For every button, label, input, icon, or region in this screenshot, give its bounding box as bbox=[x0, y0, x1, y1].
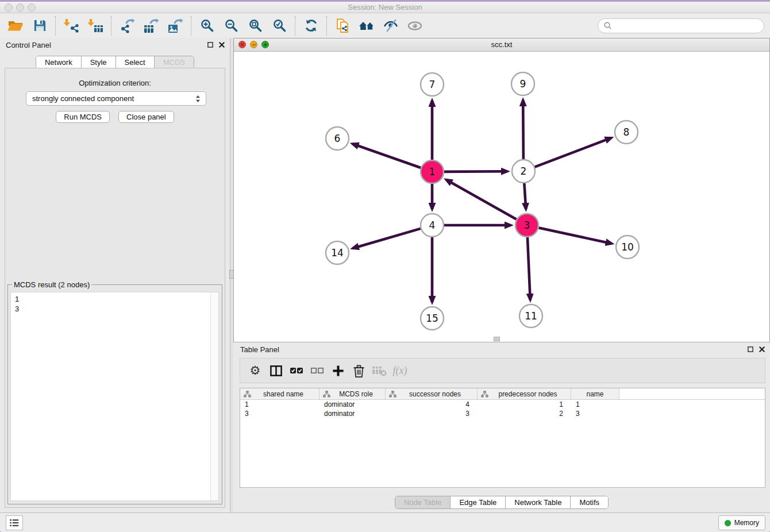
show-all-button[interactable] bbox=[405, 16, 425, 36]
hide-selected-button[interactable] bbox=[381, 16, 401, 36]
export-table-button[interactable] bbox=[141, 16, 161, 36]
cell[interactable]: 1 bbox=[478, 400, 571, 408]
split-panel-button[interactable] bbox=[265, 360, 286, 381]
open-session-button[interactable] bbox=[6, 16, 25, 36]
mcds-result-area[interactable]: 13 bbox=[10, 292, 219, 501]
export-network-button[interactable] bbox=[117, 16, 137, 36]
tab-select[interactable]: Select bbox=[116, 56, 154, 68]
cell[interactable]: dominator bbox=[319, 400, 386, 408]
column-header-name[interactable]: name bbox=[571, 388, 619, 399]
zoom-out-button[interactable] bbox=[221, 16, 241, 36]
select-all-button[interactable] bbox=[286, 360, 307, 381]
graph-edge-3-1[interactable] bbox=[446, 180, 516, 219]
tab-network-table[interactable]: Network Table bbox=[505, 496, 570, 508]
column-header-successor-nodes[interactable]: successor nodes bbox=[386, 388, 478, 399]
graph-node-7[interactable]: 7 bbox=[421, 73, 444, 96]
cell[interactable]: 1 bbox=[240, 400, 319, 408]
gear-button[interactable]: ⚙ bbox=[245, 360, 265, 381]
column-header-predecessor-nodes[interactable]: predecessor nodes bbox=[478, 388, 571, 399]
mcds-result-lines: 13 bbox=[15, 294, 209, 314]
network-titlebar[interactable]: scc.txt bbox=[234, 38, 769, 52]
cell[interactable]: 2 bbox=[478, 410, 571, 418]
delete-column-button[interactable] bbox=[348, 360, 369, 381]
graph-node-2[interactable]: 2 bbox=[512, 160, 535, 183]
add-column-icon bbox=[332, 364, 345, 377]
control-panel: Control Panel NetworkStyleSelectMCDS Opt… bbox=[0, 38, 230, 513]
column-label: successor nodes bbox=[396, 390, 477, 398]
graph-edge-2-3[interactable] bbox=[524, 183, 526, 209]
node-label: 7 bbox=[429, 79, 436, 90]
delete-table-button[interactable] bbox=[369, 360, 390, 381]
canvas-resize-handle[interactable] bbox=[494, 337, 500, 341]
table-row[interactable]: 3dominator323 bbox=[240, 409, 765, 418]
node-label: 6 bbox=[334, 133, 341, 144]
graph-node-15[interactable]: 15 bbox=[421, 307, 444, 330]
tab-mcds[interactable]: MCDS bbox=[154, 56, 194, 68]
tab-node-table[interactable]: Node Table bbox=[395, 496, 451, 508]
optimization-criterion-label: Optimization criterion: bbox=[5, 79, 225, 87]
float-panel-icon[interactable] bbox=[747, 346, 754, 353]
criterion-select[interactable]: strongly connected component bbox=[26, 91, 206, 106]
graph-edge-2-9[interactable] bbox=[523, 100, 523, 159]
zoom-in-button[interactable] bbox=[197, 16, 217, 36]
result-scrollbar[interactable] bbox=[210, 292, 218, 500]
fit-content-button[interactable] bbox=[245, 16, 265, 36]
graph-node-9[interactable]: 9 bbox=[511, 72, 534, 95]
graph-edge-3-10[interactable] bbox=[539, 228, 612, 244]
task-history-button[interactable] bbox=[6, 515, 23, 530]
graph-node-10[interactable]: 10 bbox=[616, 236, 639, 259]
cell[interactable]: 4 bbox=[386, 400, 478, 408]
tab-edge-table[interactable]: Edge Table bbox=[450, 496, 505, 508]
graph-edge-4-14[interactable] bbox=[353, 229, 421, 248]
cell[interactable]: 1 bbox=[571, 400, 619, 408]
export-image-button[interactable] bbox=[165, 16, 185, 36]
zoom-out-icon bbox=[224, 18, 238, 33]
deselect-all-icon bbox=[310, 365, 325, 376]
import-table-button[interactable] bbox=[86, 16, 105, 36]
graph-node-11[interactable]: 11 bbox=[519, 304, 542, 327]
gear-icon: ⚙ bbox=[250, 365, 261, 377]
graph-node-3[interactable]: 3 bbox=[515, 214, 538, 237]
main-toolbar bbox=[0, 13, 770, 38]
graph-node-4[interactable]: 4 bbox=[421, 214, 444, 237]
tab-style[interactable]: Style bbox=[81, 56, 116, 68]
refresh-view-button[interactable] bbox=[301, 16, 321, 36]
add-column-button[interactable] bbox=[328, 360, 348, 381]
function-builder-button[interactable]: f(x) bbox=[390, 360, 410, 381]
graph-edge-1-2[interactable] bbox=[444, 171, 507, 172]
zoom-selected-button[interactable] bbox=[270, 16, 289, 36]
float-panel-icon[interactable] bbox=[207, 41, 214, 48]
memory-button[interactable]: Memory bbox=[718, 515, 765, 530]
graph-edge-2-8[interactable] bbox=[535, 138, 611, 167]
search-box[interactable] bbox=[598, 18, 764, 33]
close-panel-icon[interactable] bbox=[218, 41, 225, 48]
deselect-all-button[interactable] bbox=[307, 360, 328, 381]
import-network-button[interactable] bbox=[61, 16, 81, 36]
graph-node-8[interactable]: 8 bbox=[615, 121, 638, 144]
node-label: 4 bbox=[429, 219, 436, 231]
cell[interactable]: 3 bbox=[386, 410, 478, 418]
tab-network[interactable]: Network bbox=[36, 56, 81, 68]
search-input[interactable] bbox=[615, 20, 759, 32]
table-row[interactable]: 1dominator411 bbox=[240, 400, 765, 409]
mcds-result-title: MCDS result (2 nodes) bbox=[12, 280, 91, 289]
cell[interactable]: 3 bbox=[240, 410, 319, 418]
save-session-button[interactable] bbox=[30, 16, 49, 36]
cell[interactable]: 3 bbox=[571, 410, 619, 418]
column-header-shared-name[interactable]: shared name bbox=[240, 388, 319, 399]
graph-node-6[interactable]: 6 bbox=[326, 127, 349, 150]
close-panel-icon[interactable] bbox=[759, 346, 765, 353]
home-view-button[interactable] bbox=[357, 16, 376, 36]
network-canvas[interactable]: 1234678910111415 bbox=[234, 52, 769, 342]
graph-edge-1-6[interactable] bbox=[352, 144, 421, 168]
graph-node-1[interactable]: 1 bbox=[421, 160, 444, 183]
cell[interactable]: dominator bbox=[319, 410, 386, 418]
graph-node-14[interactable]: 14 bbox=[326, 241, 349, 264]
tab-motifs[interactable]: Motifs bbox=[570, 496, 608, 508]
close-panel-button[interactable]: Close panel bbox=[118, 111, 174, 123]
graph-edge-3-11[interactable] bbox=[528, 237, 530, 300]
run-mcds-button[interactable]: Run MCDS bbox=[56, 111, 110, 123]
network-title: scc.txt bbox=[234, 40, 769, 49]
column-header-mcds-role[interactable]: MCDS role bbox=[319, 388, 386, 399]
clone-network-button[interactable] bbox=[333, 16, 352, 36]
